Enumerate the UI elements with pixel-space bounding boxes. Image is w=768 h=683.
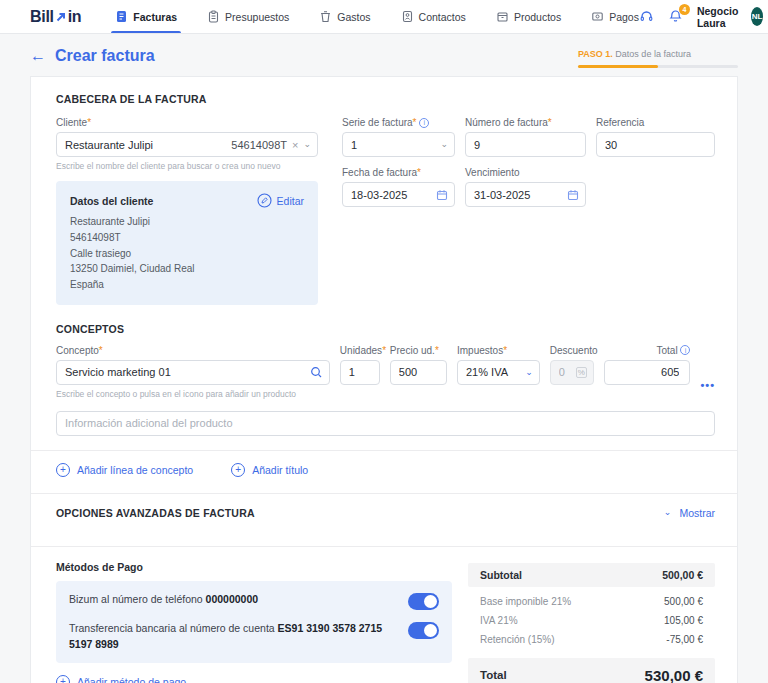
expense-icon xyxy=(319,10,332,23)
impuestos-label: Impuestos* xyxy=(457,345,540,356)
nav-item-facturas[interactable]: Facturas xyxy=(115,0,177,33)
concepto-helper: Escribe el concepto o pulsa en el icono … xyxy=(56,389,330,399)
chevron-down-icon[interactable]: ⌄ xyxy=(440,140,448,149)
concept-row: Concepto* Escribe el concepto o pulsa en… xyxy=(56,345,715,399)
referencia-input[interactable] xyxy=(596,132,715,157)
impuestos-select[interactable]: ⌄ xyxy=(457,360,540,385)
client-address: Restaurante Julipi 54614098T Calle trasi… xyxy=(70,214,304,293)
user-menu[interactable]: Negocio Laura NL ⌄ xyxy=(697,5,768,29)
step-description: Datos de la factura xyxy=(613,49,691,59)
tax-row: Base imponible 21% 500,00 € xyxy=(468,592,715,611)
total-row: Total 530,00 € xyxy=(468,658,715,683)
bizum-toggle[interactable] xyxy=(408,593,439,610)
additional-info-input[interactable] xyxy=(56,411,715,436)
notifications-bell-icon[interactable]: 4 xyxy=(668,9,683,24)
cliente-tax-id: 54614098T xyxy=(231,139,287,151)
total-value: 530,00 € xyxy=(645,667,703,683)
page-header: ← Crear factura PASO 1. Datos de la fact… xyxy=(0,34,768,76)
descuento-input[interactable] xyxy=(550,360,594,385)
chevron-down-icon[interactable]: ⌄ xyxy=(525,368,533,377)
payment-method-row: Transferencia bancaria al número de cuen… xyxy=(69,621,439,653)
calendar-icon[interactable] xyxy=(436,189,448,201)
numero-input[interactable] xyxy=(465,132,586,157)
section-title-conceptos: CONCEPTOS xyxy=(56,323,715,335)
tax-row: Retención (15%) -75,00 € xyxy=(468,630,715,649)
edit-client-button[interactable]: Editar xyxy=(257,193,304,208)
step-label: PASO 1. xyxy=(578,49,613,59)
search-product-icon[interactable] xyxy=(310,366,323,379)
nav-item-gastos[interactable]: Gastos xyxy=(319,0,370,33)
page-title-text: Crear factura xyxy=(55,47,155,65)
calendar-icon[interactable] xyxy=(567,189,579,201)
logo-text-left: Bill xyxy=(30,8,54,26)
client-line: Calle trasiego xyxy=(70,246,304,262)
payment-methods-box: Bizum al número de teléfono 000000000 Tr… xyxy=(56,581,452,664)
nav-item-contactos[interactable]: Contactos xyxy=(401,0,466,33)
nav-item-presupuestos[interactable]: Presupuestos xyxy=(207,0,289,33)
section-title-opciones: OPCIONES AVANZADAS DE FACTURA xyxy=(56,507,255,519)
cliente-label: Cliente* xyxy=(56,117,318,128)
nav-item-productos[interactable]: Productos xyxy=(496,0,561,33)
clear-client-icon[interactable]: × xyxy=(292,139,298,151)
row-options-menu-icon[interactable]: ••• xyxy=(700,379,715,399)
numero-label: Número de factura* xyxy=(465,117,586,128)
referencia-label: Referencia xyxy=(596,117,715,128)
serie-select[interactable]: ⌄ xyxy=(342,132,455,157)
payment-method-text: Transferencia bancaria al número de cuen… xyxy=(69,621,398,653)
add-payment-method-button[interactable]: + Añadir método de pago xyxy=(56,675,452,683)
client-data-box: Datos del cliente Editar Restaurante Jul… xyxy=(56,181,318,305)
required-mark: * xyxy=(503,345,507,356)
notification-badge: 4 xyxy=(679,4,690,15)
payment-method-number: 000000000 xyxy=(206,593,259,605)
linea-total-input[interactable] xyxy=(604,360,691,385)
back-arrow-icon[interactable]: ← xyxy=(30,47,46,65)
precio-label: Precio ud.* xyxy=(390,345,447,356)
total-info-icon[interactable]: i xyxy=(680,345,690,355)
required-mark: * xyxy=(548,117,552,128)
support-headset-icon[interactable] xyxy=(639,9,654,24)
tax-row-value: 105,00 € xyxy=(664,615,703,626)
invoice-icon xyxy=(115,10,128,23)
unidades-label: Unidades* xyxy=(340,345,380,356)
plus-icon: + xyxy=(231,463,245,477)
client-line: España xyxy=(70,277,304,293)
bank-transfer-toggle[interactable] xyxy=(408,622,439,639)
add-concept-line-button[interactable]: + Añadir línea de concepto xyxy=(56,463,193,477)
divider xyxy=(31,546,737,547)
payments-icon xyxy=(591,10,604,23)
page-title: ← Crear factura xyxy=(30,47,155,65)
show-advanced-options-button[interactable]: ⌄ Mostrar xyxy=(664,507,715,519)
nav-item-pagos[interactable]: Pagos xyxy=(591,0,639,33)
nav-label: Contactos xyxy=(419,11,466,23)
nav-label: Productos xyxy=(514,11,561,23)
unidades-input[interactable] xyxy=(340,360,380,385)
precio-input[interactable] xyxy=(390,360,447,385)
add-title-button[interactable]: + Añadir título xyxy=(231,463,308,477)
advanced-options-bar: OPCIONES AVANZADAS DE FACTURA ⌄ Mostrar xyxy=(56,494,715,532)
billin-logo[interactable]: Bill in xyxy=(30,8,81,26)
concepto-label: Concepto* xyxy=(56,345,330,356)
nav-label: Pagos xyxy=(609,11,639,23)
products-icon xyxy=(496,10,509,23)
main-nav: Facturas Presupuestos Gastos Contactos xyxy=(115,0,639,33)
chevron-down-icon[interactable]: ⌄ xyxy=(303,140,311,149)
descuento-label: Descuento xyxy=(550,345,594,356)
serie-info-icon[interactable]: i xyxy=(419,118,429,128)
required-mark: * xyxy=(417,167,421,178)
subtotal-label: Subtotal xyxy=(480,569,522,581)
cliente-select[interactable]: 54614098T × ⌄ xyxy=(56,132,318,157)
percent-icon: % xyxy=(576,367,587,378)
tax-row-label: Base imponible 21% xyxy=(480,596,571,607)
serie-input[interactable] xyxy=(342,132,455,157)
concepto-input[interactable] xyxy=(56,360,330,385)
tax-row-label: Retención (15%) xyxy=(480,634,554,645)
required-mark: * xyxy=(413,117,417,128)
plus-icon: + xyxy=(56,675,70,683)
step-indicator: PASO 1. Datos de la factura xyxy=(578,47,738,68)
add-links-row: + Añadir línea de concepto + Añadir títu… xyxy=(56,451,715,479)
progress-fill xyxy=(578,65,658,68)
tax-row-value: -75,00 € xyxy=(666,634,703,645)
invoice-form-card: CABECERA DE LA FACTURA Cliente* 54614098… xyxy=(30,76,738,683)
vencimiento-label: Vencimiento xyxy=(465,167,586,178)
required-mark: * xyxy=(87,117,91,128)
